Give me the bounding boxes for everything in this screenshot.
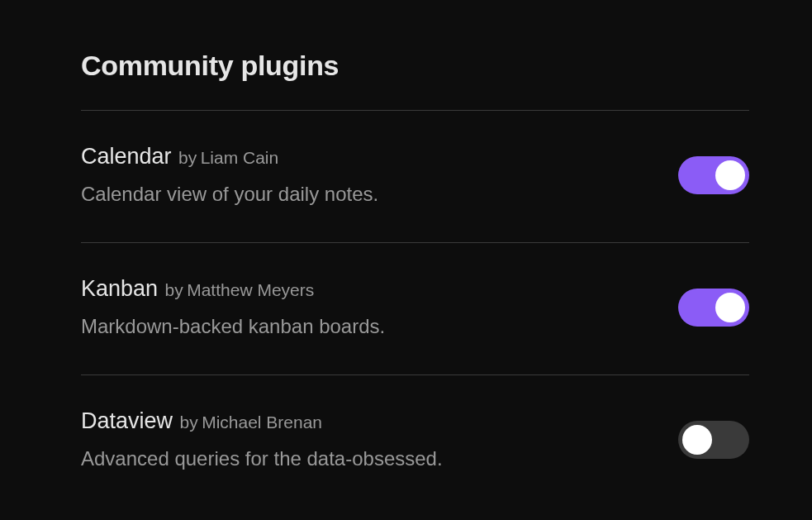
plugin-row-kanban: Kanban by Matthew Meyers Markdown-backed… [81, 243, 749, 374]
plugin-toggle-calendar[interactable] [678, 156, 749, 194]
community-plugins-panel: Community plugins Calendar by Liam Cain … [0, 0, 812, 507]
plugin-title-line: Dataview by Michael Brenan [81, 408, 678, 434]
plugin-description: Markdown-backed kanban boards. [81, 315, 678, 338]
toggle-knob [682, 425, 712, 455]
plugin-name: Kanban [81, 276, 158, 301]
plugin-info: Kanban by Matthew Meyers Markdown-backed… [81, 276, 678, 338]
toggle-knob [715, 160, 745, 190]
plugin-description: Advanced queries for the data-obsessed. [81, 447, 678, 470]
plugin-by-label: by [165, 280, 183, 299]
plugin-name: Calendar [81, 144, 172, 169]
toggle-knob [715, 293, 745, 322]
plugin-info: Calendar by Liam Cain Calendar view of y… [81, 144, 678, 206]
plugin-by-label: by [180, 413, 198, 432]
plugin-title-line: Calendar by Liam Cain [81, 144, 678, 169]
plugin-toggle-dataview[interactable] [678, 421, 749, 459]
plugin-description: Calendar view of your daily notes. [81, 183, 678, 206]
plugin-toggle-kanban[interactable] [678, 289, 749, 327]
plugin-author: Matthew Meyers [187, 280, 314, 299]
plugin-title-line: Kanban by Matthew Meyers [81, 276, 678, 302]
plugin-author: Michael Brenan [202, 413, 322, 432]
plugin-info: Dataview by Michael Brenan Advanced quer… [81, 408, 678, 470]
page-title: Community plugins [81, 50, 749, 82]
plugin-row-calendar: Calendar by Liam Cain Calendar view of y… [81, 111, 749, 242]
plugin-row-dataview: Dataview by Michael Brenan Advanced quer… [81, 375, 749, 507]
plugin-by-label: by [178, 148, 197, 167]
plugin-name: Dataview [81, 408, 173, 433]
plugin-author: Liam Cain [201, 148, 279, 167]
